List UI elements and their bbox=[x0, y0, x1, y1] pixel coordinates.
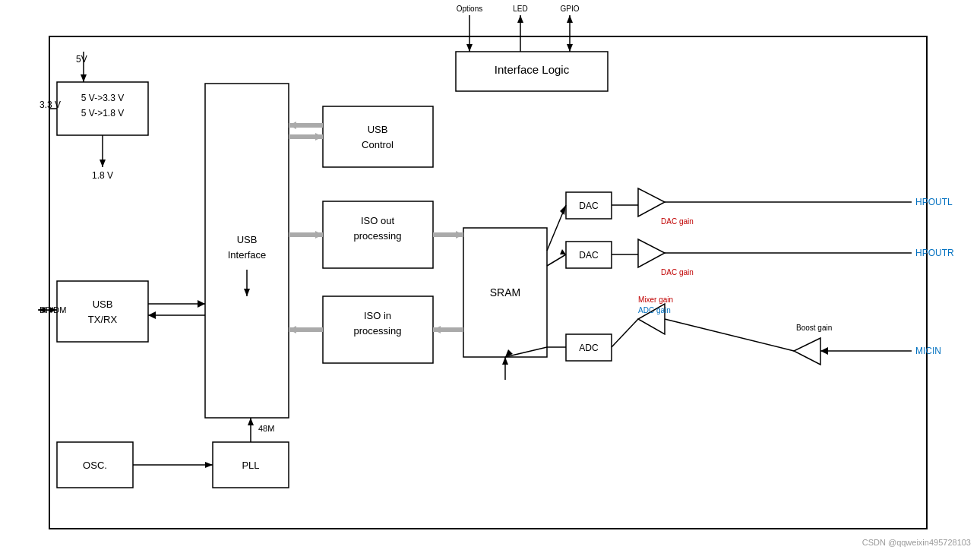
svg-marker-70 bbox=[148, 311, 156, 319]
usb-txrx-line2: TX/RX bbox=[88, 314, 118, 325]
dac1-label: DAC bbox=[579, 201, 599, 211]
svg-marker-49 bbox=[560, 205, 566, 215]
dac2-label: DAC bbox=[579, 250, 599, 261]
svg-marker-34 bbox=[315, 231, 323, 239]
led-label: LED bbox=[513, 5, 527, 13]
converter-line2: 5 V->1.8 V bbox=[81, 108, 124, 118]
usb-control-line1: USB bbox=[368, 124, 388, 135]
iso-out-line2: processing bbox=[354, 230, 402, 242]
usb-txrx-line1: USB bbox=[93, 299, 113, 310]
converter-line1: 5 V->3.3 V bbox=[81, 93, 124, 103]
svg-marker-13 bbox=[100, 160, 106, 167]
iso-out-line1: ISO out bbox=[361, 215, 394, 226]
1v8-label: 1.8 V bbox=[92, 170, 113, 181]
svg-line-50 bbox=[547, 254, 566, 266]
iso-in-line2: processing bbox=[354, 325, 402, 337]
svg-marker-29 bbox=[315, 133, 323, 141]
svg-line-59 bbox=[612, 319, 638, 347]
dac-gain1-label: DAC gain bbox=[661, 217, 694, 226]
svg-marker-68 bbox=[198, 300, 205, 308]
hpoutr-label: HPOUTR bbox=[915, 248, 954, 258]
svg-rect-27 bbox=[323, 106, 433, 167]
dac-gain2-label: DAC gain bbox=[661, 268, 694, 276]
svg-marker-52 bbox=[638, 188, 665, 216]
svg-marker-31 bbox=[289, 122, 296, 129]
svg-marker-60 bbox=[794, 338, 820, 365]
svg-marker-5 bbox=[517, 15, 523, 23]
adc-label: ADC bbox=[579, 343, 599, 353]
svg-line-61 bbox=[665, 319, 794, 351]
svg-marker-3 bbox=[466, 44, 473, 52]
usb-interface-line1: USB bbox=[237, 234, 258, 245]
usb-interface-line2: Interface bbox=[228, 249, 267, 261]
adc-gain-label: ADC gain bbox=[638, 306, 671, 314]
svg-marker-42 bbox=[433, 326, 441, 333]
boost-gain-label: Boost gain bbox=[796, 324, 832, 332]
micin-label: MICIN bbox=[915, 346, 941, 356]
svg-marker-44 bbox=[502, 357, 508, 365]
5v-label: 5V bbox=[76, 54, 87, 65]
diagram-container: Interface Logic Options LED GPIO 5V 5 V-… bbox=[0, 0, 980, 553]
svg-marker-26 bbox=[248, 418, 254, 425]
watermark: CSDN @qqweixin495728103 bbox=[862, 538, 971, 547]
svg-marker-24 bbox=[205, 462, 213, 468]
svg-marker-51 bbox=[560, 249, 566, 254]
svg-marker-7 bbox=[567, 15, 573, 23]
iso-in-line1: ISO in bbox=[364, 310, 391, 321]
hpoutl-label: HPOUTL bbox=[915, 197, 953, 207]
pll-label: PLL bbox=[242, 460, 259, 471]
svg-marker-40 bbox=[456, 231, 463, 239]
usb-control-line2: Control bbox=[362, 139, 394, 150]
svg-marker-37 bbox=[289, 326, 296, 333]
svg-rect-14 bbox=[57, 281, 148, 342]
svg-marker-55 bbox=[638, 239, 665, 267]
osc-label: OSC. bbox=[83, 460, 107, 471]
sram-label: SRAM bbox=[490, 286, 520, 299]
options-label: Options bbox=[457, 5, 482, 13]
svg-marker-8 bbox=[567, 44, 573, 52]
gpio-label: GPIO bbox=[560, 5, 579, 13]
48m-label: 48M bbox=[258, 424, 274, 433]
svg-marker-63 bbox=[820, 347, 828, 355]
mixer-gain-label: Mixer gain bbox=[638, 295, 673, 304]
svg-marker-10 bbox=[81, 74, 87, 82]
interface-logic-label: Interface Logic bbox=[495, 63, 570, 76]
